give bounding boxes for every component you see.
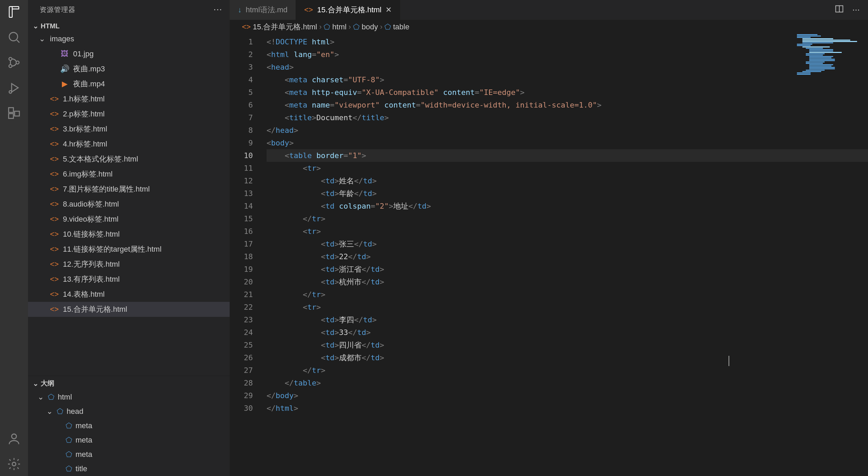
sidebar: 资源管理器 ⋯ ⌄ HTML ⌄ images 🖼01.jpg🔊夜曲.mp3▶夜… [28,0,230,476]
symbol-icon: ⬠ [353,23,360,31]
tree-file[interactable]: <>7.图片标签的title属性.html [28,182,230,197]
tree-root[interactable]: ⌄ HTML [28,20,230,31]
tree-file[interactable]: ▶夜曲.mp4 [28,76,230,92]
tree-file[interactable]: <>14.表格.html [28,287,230,302]
svg-point-9 [12,462,16,466]
chevron-down-icon: ⌄ [46,407,53,416]
symbol-icon: ⬠ [48,393,54,402]
html-file-icon: <> [50,230,59,239]
tree-file[interactable]: <>12.无序列表.html [28,257,230,272]
tree-file[interactable]: <>9.video标签.html [28,212,230,227]
run-debug-icon[interactable] [7,81,21,95]
html-file-icon: <> [50,260,59,269]
symbol-icon: ⬠ [66,464,72,473]
close-icon[interactable]: ✕ [385,5,392,14]
html-file-icon: <> [50,185,59,194]
chevron-down-icon: ⌄ [38,34,46,43]
symbol-icon: ⬠ [66,421,72,430]
explorer-tree[interactable]: ⌄ HTML ⌄ images 🖼01.jpg🔊夜曲.mp3▶夜曲.mp4 <>… [28,19,230,376]
svg-point-0 [9,32,18,41]
editor-tab[interactable]: <>15.合并单元格.html✕ [296,0,400,20]
html-file-icon: <> [242,23,251,31]
text-cursor [729,356,729,366]
tree-file[interactable]: <>11.链接标签的target属性.html [28,242,230,257]
extensions-icon[interactable] [7,106,21,120]
search-icon[interactable] [7,30,21,44]
tree-file[interactable]: <>4.hr标签.html [28,137,230,152]
tree-file[interactable]: <>3.br标签.html [28,122,230,137]
sidebar-title: 资源管理器 [40,5,76,14]
line-gutter: 1234567891011121314151617181920212223242… [230,34,267,476]
html-file-icon: <> [304,5,313,14]
tree-file[interactable]: <>6.img标签.html [28,167,230,182]
html-file-icon: <> [50,290,59,299]
code-content[interactable]: <!DOCTYPE html><html lang="en"><head> <m… [267,34,868,476]
outline-item[interactable]: ⬠title [28,462,230,476]
tree-folder-images[interactable]: ⌄ images [28,31,230,46]
tree-file[interactable]: 🔊夜曲.mp3 [28,61,230,76]
html-file-icon: <> [50,95,59,103]
tree-file[interactable]: 🖼01.jpg [28,46,230,61]
jpg-file-icon: 🖼 [60,50,69,58]
markdown-file-icon: ↓ [238,5,242,14]
tree-file[interactable]: <>5.文本格式化标签.html [28,152,230,167]
svg-rect-5 [9,108,13,112]
activity-bar [0,0,28,476]
editor-tab[interactable]: ↓html语法.md [230,0,296,20]
mp4-file-icon: ▶ [60,80,69,88]
html-file-icon: <> [50,125,59,134]
chevron-down-icon: ⌄ [33,22,39,30]
html-file-icon: <> [50,140,59,149]
account-icon[interactable] [7,432,21,446]
svg-point-2 [9,65,12,68]
tree-file[interactable]: <>8.audio标签.html [28,197,230,212]
symbol-icon: ⬠ [324,23,330,31]
svg-point-3 [16,61,19,64]
outline-item[interactable]: ⌄⬠html [28,390,230,404]
svg-rect-6 [9,114,13,118]
svg-point-1 [9,57,12,60]
symbol-icon: ⬠ [57,407,63,416]
outline-item[interactable]: ⬠meta [28,433,230,447]
explorer-icon[interactable] [7,5,21,19]
tree-file[interactable]: <>10.链接标签.html [28,227,230,242]
outline-item[interactable]: ⌄⬠head [28,404,230,419]
html-file-icon: <> [50,170,59,179]
outline-item[interactable]: ⬠meta [28,447,230,462]
tree-file[interactable]: <>2.p标签.html [28,107,230,122]
symbol-icon: ⬠ [66,436,72,445]
html-file-icon: <> [50,200,59,209]
split-editor-icon[interactable] [835,4,844,16]
chevron-down-icon: ⌄ [33,379,39,388]
html-file-icon: <> [50,305,59,314]
chevron-down-icon: ⌄ [37,393,44,402]
more-actions-icon[interactable]: ⋯ [852,5,860,14]
symbol-icon: ⬠ [384,23,391,31]
html-file-icon: <> [50,155,59,164]
outline-item[interactable]: ⬠meta [28,419,230,433]
html-file-icon: <> [50,245,59,254]
breadcrumb[interactable]: <> 15.合并单元格.html › ⬠ html › ⬠ body › ⬠ t… [230,20,868,34]
html-file-icon: <> [50,275,59,284]
editor[interactable]: 1234567891011121314151617181920212223242… [230,34,868,476]
svg-point-8 [12,434,16,439]
symbol-icon: ⬠ [66,450,72,459]
mp3-file-icon: 🔊 [60,65,69,73]
sidebar-more-icon[interactable]: ⋯ [213,4,222,15]
html-file-icon: <> [50,215,59,224]
outline-header[interactable]: ⌄ 大纲 [28,376,230,390]
minimap[interactable] [793,34,868,82]
source-control-icon[interactable] [7,55,21,70]
html-file-icon: <> [50,110,59,118]
tree-file[interactable]: <>1.h标签.html [28,92,230,107]
svg-rect-7 [15,111,19,116]
settings-icon[interactable] [7,457,21,471]
tree-file[interactable]: <>15.合并单元格.html [28,302,230,317]
tab-bar: ↓html语法.md<>15.合并单元格.html✕ ⋯ [230,0,868,20]
tree-file[interactable]: <>13.有序列表.html [28,272,230,287]
svg-point-4 [9,90,12,93]
